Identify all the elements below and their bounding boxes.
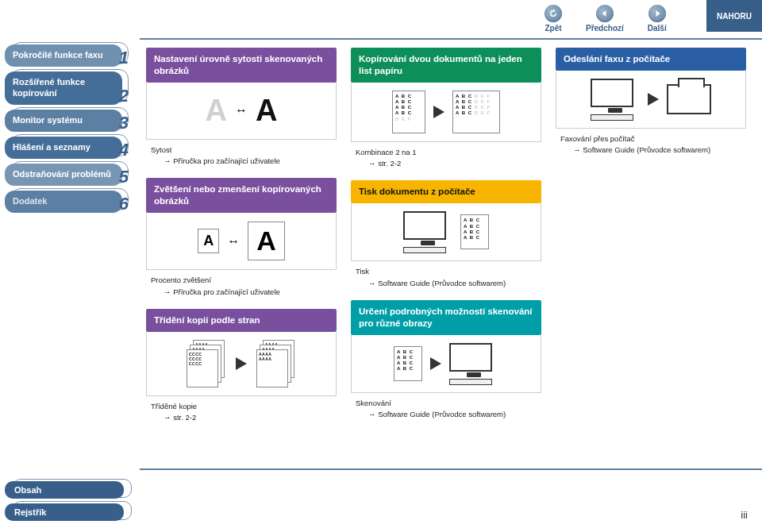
card-zoom: Zvětšení nebo zmenšení kopírovaných obrá… [146,178,337,308]
card-illustration [556,71,746,129]
large-a-icon: A [248,222,285,260]
arrow-icon: → [573,145,583,154]
card-fax: Odeslání faxu z počítače Faxování přes p… [556,48,746,167]
index-label: Rejstřík [14,507,46,517]
card-title: Kopírování dvou dokumentů na jeden list … [351,48,541,83]
card-illustration: A B CA B CA B CA B C [351,203,541,261]
column-2: Kopírování dvou dokumentů na jeden list … [351,48,541,431]
stack-right-icon: AAAAAAAA AAAAAAAA AAAAAAAA [255,340,298,387]
nav-next-label: Další [648,24,667,33]
ref-link: Příručka pro začínající uživatele [173,287,280,296]
sidebar-item-num: 6 [119,194,129,214]
divider-bottom [140,468,762,470]
sidebar-item-label: Monitor systému [13,115,83,126]
ref-link: str. 2-2 [378,159,401,168]
bottom-nav: Obsah Rejstřík [5,481,132,526]
density-light-icon: A [206,94,227,128]
computer-icon [403,211,452,253]
fax-machine-icon [667,84,711,114]
small-a-icon: A [198,229,219,253]
card-title: Třídění kopií podle stran [146,309,337,332]
card-reference[interactable]: Kombinace 2 na 1 → str. 2-2 [351,142,541,181]
sidebar-item-label: Dodatek [13,196,47,207]
card-reference[interactable]: Procento zvětšení → Příručka pro začínaj… [146,270,337,309]
sidebar-item-6[interactable]: Dodatek 6 [5,191,124,213]
document-icon: A B CA B CA B CA B C [460,214,489,249]
nav-back-label: Zpět [545,24,561,33]
arrow-icon: → [164,156,173,165]
card-reference[interactable]: Tříděné kopie → str. 2-2 [146,396,337,435]
nav-prev-label: Předchozí [586,24,624,33]
nav-up-button[interactable]: NAHORU [705,0,762,32]
arrow-icon: → [368,410,378,418]
card-scan: Určení podrobných možností skenování pro… [351,300,541,431]
divider-top [140,38,762,40]
arrow-right-icon [430,357,441,370]
nav-next[interactable]: Další [648,5,667,33]
nav-prev[interactable]: Předchozí [586,5,624,33]
card-title: Odeslání faxu z počítače [556,48,746,71]
ref-link: Software Guide (Průvodce softwarem) [378,279,506,287]
sidebar-item-3[interactable]: Monitor systému 3 [5,110,124,132]
ref-title: Tříděné kopie [151,401,335,412]
ref-title: Kombinace 2 na 1 [356,147,540,158]
sidebar-item-num: 4 [119,140,129,160]
ref-link: Software Guide (Průvodce softwarem) [583,145,710,154]
ref-link: Software Guide (Průvodce softwarem) [378,410,506,418]
card-title: Nastavení úrovně sytosti skenovaných obr… [146,48,337,83]
arrow-icon: → [368,159,378,168]
sidebar-item-1[interactable]: Pokročilé funkce faxu 1 [5,44,124,67]
sidebar-item-4[interactable]: Hlášení a seznamy 4 [5,137,124,159]
card-illustration: A B CA B CA B CA B C [351,335,541,393]
card-reference[interactable]: Tisk → Software Guide (Průvodce software… [351,261,541,300]
ref-link: str. 2-2 [173,413,196,422]
card-reference[interactable]: Faxování přes počítač → Software Guide (… [556,129,746,168]
computer-icon [591,79,640,120]
sidebar-item-num: 3 [119,113,129,133]
sidebar: Pokročilé funkce faxu 1 Rozšířené funkce… [5,44,137,218]
card-reference[interactable]: Sytost → Příručka pro začínající uživate… [146,140,337,179]
double-arrow-icon: ↔ [227,234,240,249]
main-content: Nastavení úrovně sytosti skenovaných obr… [146,48,752,461]
nav-up-label: NAHORU [717,12,752,21]
ref-title: Tisk [356,266,540,277]
ref-title: Procento zvětšení [151,275,335,286]
ref-link: Příručka pro začínající uživatele [173,156,280,165]
contents-label: Obsah [14,485,41,495]
ref-title: Faxování přes počítač [560,133,745,145]
card-reference[interactable]: Skenování → Software Guide (Průvodce sof… [351,393,541,432]
card-2in1: Kopírování dvou dokumentů na jeden list … [351,48,541,180]
sidebar-item-label: Rozšířené funkce kopírování [13,77,114,99]
card-print: Tisk dokumentu z počítače A B CA B CA B … [351,180,541,299]
sidebar-item-num: 2 [119,86,129,106]
document-icon: A B CA B CA B CA B C [394,346,422,381]
card-density: Nastavení úrovně sytosti skenovaných obr… [146,48,337,178]
sidebar-item-num: 1 [119,48,129,68]
card-title: Zvětšení nebo zmenšení kopírovaných obrá… [146,178,337,213]
arrow-right-icon [433,106,444,118]
card-illustration: AAAAAAAAAAAA AAAAAAAAAAAA CCCCCCCCCCCC A… [146,332,337,396]
card-collate: Třídění kopií podle stran AAAAAAAAAAAA A… [146,309,337,434]
next-icon [648,5,666,22]
sidebar-item-5[interactable]: Odstraňování problémů 5 [5,164,124,186]
computer-icon [449,343,498,384]
ref-title: Skenování [356,398,540,409]
index-tab[interactable]: Rejstřík [5,503,132,521]
nav-back[interactable]: Zpět [545,5,562,33]
arrow-icon: → [164,413,173,422]
back-icon [545,5,562,22]
arrow-right-icon [648,93,659,106]
sheet-before-icon: A B CA B CA B CA B C D E F [392,91,425,133]
card-title: Určení podrobných možností skenování pro… [351,300,541,335]
column-1: Nastavení úrovně sytosti skenovaných obr… [146,48,337,434]
sidebar-item-2[interactable]: Rozšířené funkce kopírování 2 [5,71,124,105]
arrow-right-icon [236,357,247,370]
column-3: Odeslání faxu z počítače Faxování přes p… [556,48,746,167]
card-illustration: A ↔ A [146,213,337,270]
card-title: Tisk dokumentu z počítače [351,180,541,203]
double-arrow-icon: ↔ [235,103,248,118]
density-dark-icon: A [256,94,277,128]
contents-tab[interactable]: Obsah [5,481,132,499]
sidebar-item-label: Pokročilé funkce faxu [13,50,103,61]
sheet-after-icon: A B C D E F A B C D E F A B C D E F A B … [452,91,500,133]
